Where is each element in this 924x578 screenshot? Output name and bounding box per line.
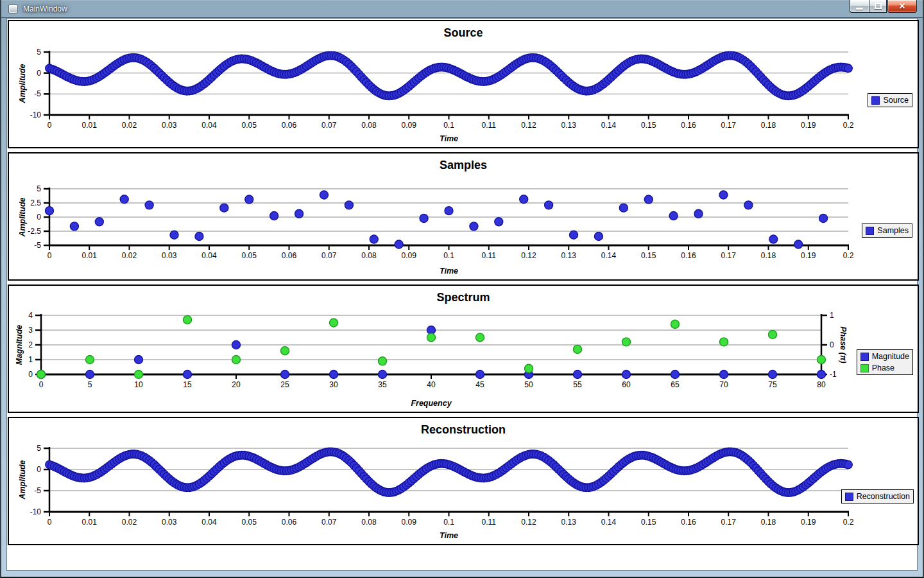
svg-text:0.09: 0.09: [402, 251, 417, 260]
svg-text:55: 55: [573, 380, 582, 389]
svg-text:20: 20: [232, 380, 241, 389]
svg-text:2: 2: [28, 340, 33, 349]
svg-text:0.16: 0.16: [681, 121, 696, 130]
svg-text:60: 60: [622, 380, 631, 389]
chart-panel-samples: 00.010.020.030.040.050.060.070.080.090.1…: [8, 152, 919, 281]
svg-text:0.19: 0.19: [801, 251, 816, 260]
svg-text:0.06: 0.06: [282, 518, 297, 527]
app-icon: [8, 4, 18, 13]
spectrum-legend: Magnitude Phase: [857, 349, 913, 375]
svg-text:3: 3: [28, 326, 33, 335]
chart-panel-spectrum: 051015202530354045505560657075804321010-…: [8, 285, 919, 413]
window-title: MainWindow: [23, 4, 67, 13]
svg-text:30: 30: [329, 380, 338, 389]
spectrum-chart-title: Spectrum: [9, 291, 918, 304]
reconstruction-legend: Reconstruction: [841, 489, 914, 504]
svg-text:0.01: 0.01: [82, 251, 98, 260]
svg-text:0.11: 0.11: [482, 518, 497, 527]
samples-chart-canvas[interactable]: 00.010.020.030.040.050.060.070.080.090.1…: [9, 153, 918, 279]
svg-text:0.04: 0.04: [201, 121, 217, 130]
svg-text:-1: -1: [830, 370, 837, 379]
svg-text:40: 40: [427, 380, 436, 389]
samples-x-axis-title: Time: [49, 267, 848, 276]
samples-legend: Samples: [862, 223, 912, 238]
svg-text:0.15: 0.15: [641, 518, 656, 527]
svg-text:75: 75: [768, 380, 777, 389]
svg-text:0.18: 0.18: [761, 518, 776, 527]
svg-text:70: 70: [719, 380, 728, 389]
reconstruction-x-axis-title: Time: [49, 531, 848, 540]
svg-text:5: 5: [37, 184, 41, 193]
svg-text:0.11: 0.11: [482, 121, 497, 130]
svg-text:50: 50: [524, 380, 533, 389]
svg-text:10: 10: [134, 380, 143, 389]
source-series-swatch: [871, 96, 880, 105]
legend-item: Source: [871, 96, 909, 105]
legend-label: Phase: [872, 363, 894, 372]
reconstruction-chart-canvas[interactable]: 00.010.020.030.040.050.060.070.080.090.1…: [9, 418, 918, 544]
svg-text:0.05: 0.05: [242, 251, 257, 260]
source-x-axis-title: Time: [49, 134, 848, 143]
minimize-icon: [856, 8, 863, 10]
legend-label: Reconstruction: [857, 492, 910, 501]
samples-y-axis-title: Amplitude: [18, 197, 27, 236]
svg-text:0.13: 0.13: [561, 251, 577, 260]
svg-text:0.03: 0.03: [162, 121, 177, 130]
samples-series-swatch: [866, 227, 874, 235]
svg-text:0: 0: [47, 251, 52, 260]
svg-text:0.04: 0.04: [201, 518, 217, 527]
legend-label: Source: [883, 96, 909, 105]
client-area: 00.010.020.030.040.050.060.070.080.090.1…: [6, 18, 918, 571]
close-button[interactable]: ✕: [887, 0, 917, 13]
title-bar[interactable]: MainWindow ✕: [1, 0, 923, 18]
svg-text:0.05: 0.05: [242, 518, 257, 527]
svg-text:5: 5: [37, 48, 41, 57]
svg-text:0.03: 0.03: [162, 518, 177, 527]
svg-text:65: 65: [671, 380, 680, 389]
magnitude-series-swatch: [860, 353, 869, 361]
svg-text:0.09: 0.09: [402, 518, 417, 527]
source-y-axis-title: Amplitude: [18, 64, 27, 103]
source-legend: Source: [868, 93, 912, 107]
maximize-button[interactable]: [869, 0, 887, 13]
reconstruction-y-axis-title: Amplitude: [18, 460, 27, 499]
svg-text:0.19: 0.19: [801, 518, 816, 527]
svg-text:0.07: 0.07: [321, 121, 337, 130]
svg-text:0.07: 0.07: [321, 251, 337, 260]
source-chart-canvas[interactable]: 00.010.020.030.040.050.060.070.080.090.1…: [9, 21, 918, 147]
maximize-icon: [875, 3, 882, 9]
svg-text:0.13: 0.13: [561, 121, 577, 130]
spectrum-chart-canvas[interactable]: 051015202530354045505560657075804321010-…: [9, 286, 918, 412]
svg-text:0.19: 0.19: [801, 121, 816, 130]
svg-text:0.15: 0.15: [641, 251, 656, 260]
svg-text:1: 1: [28, 355, 33, 364]
svg-text:1: 1: [830, 311, 834, 320]
svg-text:0.12: 0.12: [521, 251, 536, 260]
svg-text:-5: -5: [34, 89, 41, 98]
phase-series-swatch: [860, 364, 869, 372]
svg-text:35: 35: [378, 380, 387, 389]
svg-text:0.14: 0.14: [601, 251, 617, 260]
svg-text:0: 0: [830, 340, 834, 349]
legend-item: Samples: [866, 226, 909, 235]
spectrum-y-axis-title: Magnitude: [15, 325, 24, 365]
svg-text:0.2: 0.2: [843, 121, 854, 130]
svg-text:0.2: 0.2: [843, 518, 854, 527]
legend-item: Magnitude: [860, 352, 909, 361]
svg-text:0.05: 0.05: [242, 121, 257, 130]
svg-text:0.1: 0.1: [443, 251, 454, 260]
svg-text:0.04: 0.04: [201, 251, 217, 260]
svg-text:2.5: 2.5: [30, 198, 41, 207]
svg-text:0: 0: [37, 465, 41, 474]
svg-text:0: 0: [28, 370, 33, 379]
svg-text:0.08: 0.08: [361, 121, 377, 130]
svg-text:0.2: 0.2: [843, 251, 854, 260]
svg-text:0.08: 0.08: [361, 518, 377, 527]
chart-panel-source: 00.010.020.030.040.050.060.070.080.090.1…: [8, 20, 919, 148]
minimize-button[interactable]: [850, 0, 869, 13]
svg-text:0.02: 0.02: [122, 251, 137, 260]
svg-text:25: 25: [280, 380, 289, 389]
svg-text:5: 5: [88, 380, 92, 389]
svg-text:80: 80: [817, 380, 826, 389]
svg-text:-5: -5: [34, 241, 41, 250]
